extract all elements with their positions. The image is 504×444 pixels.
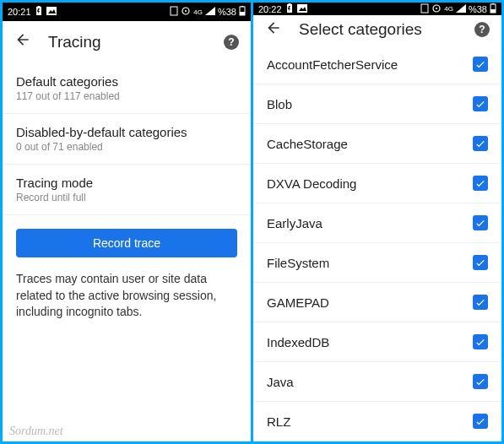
category-row[interactable]: IndexedDB <box>253 322 501 362</box>
row-sublabel: 0 out of 71 enabled <box>16 141 237 153</box>
svg-rect-13 <box>288 3 290 4</box>
phone-tracing: 20:21 4G %38 Tracing ? <box>3 3 251 441</box>
page-title: Tracing <box>48 33 224 51</box>
network-4g-icon: 4G <box>193 8 203 16</box>
settings-rows: Default categories 117 out of 117 enable… <box>3 63 251 215</box>
checkbox-icon[interactable] <box>473 255 488 270</box>
back-icon[interactable] <box>265 19 282 41</box>
category-row[interactable]: EarlyJava <box>253 203 501 243</box>
screen-icon <box>170 6 178 18</box>
category-label: Java <box>267 375 294 389</box>
category-row[interactable]: Blob <box>253 84 501 124</box>
category-label: CacheStorage <box>267 137 348 151</box>
help-icon[interactable]: ? <box>474 22 490 37</box>
battery-text: %38 <box>218 7 236 17</box>
battery-icon <box>239 6 246 18</box>
category-label: DXVA Decoding <box>267 176 356 191</box>
checkbox-icon[interactable] <box>473 334 488 349</box>
category-list: AccountFetcherServiceBlobCacheStorageDXV… <box>253 45 501 441</box>
help-icon[interactable]: ? <box>224 35 239 50</box>
category-row[interactable]: DXVA Decoding <box>253 164 501 203</box>
svg-point-19 <box>436 8 437 9</box>
svg-rect-1 <box>37 6 40 7</box>
checkbox-icon[interactable] <box>473 215 488 230</box>
category-label: FileSystem <box>267 256 329 270</box>
category-label: RLZ <box>267 414 290 429</box>
network-4g-icon: 4G <box>444 5 453 13</box>
checkbox-icon[interactable] <box>473 136 488 151</box>
category-row[interactable]: GAMEPAD <box>253 283 501 322</box>
svg-rect-17 <box>421 4 428 13</box>
category-row[interactable]: AccountFetcherService <box>253 45 501 84</box>
sync-icon <box>181 6 191 18</box>
title-bar: Tracing ? <box>3 21 251 63</box>
svg-rect-10 <box>240 12 245 15</box>
row-default-categories[interactable]: Default categories 117 out of 117 enable… <box>3 63 251 114</box>
category-row[interactable]: CacheStorage <box>253 124 501 164</box>
trace-note: Traces may contain user or site data rel… <box>3 271 251 321</box>
checkbox-icon[interactable] <box>473 374 488 389</box>
status-time: 20:21 <box>8 7 31 17</box>
watermark: Sordum.net <box>9 425 63 438</box>
category-row[interactable]: RLZ <box>253 402 501 441</box>
row-disabled-categories[interactable]: Disabled-by-default categories 0 out of … <box>3 114 251 165</box>
sync-icon <box>431 3 442 15</box>
record-trace-button[interactable]: Record trace <box>16 229 237 257</box>
category-row[interactable]: Java <box>253 362 501 402</box>
svg-point-7 <box>185 10 187 12</box>
page-title: Select categories <box>299 20 474 39</box>
screen-icon <box>420 3 429 15</box>
category-label: AccountFetcherService <box>267 57 398 72</box>
battery-text: %38 <box>469 4 487 14</box>
row-label: Tracing mode <box>16 176 237 190</box>
status-time: 20:22 <box>258 4 282 14</box>
category-label: IndexedDB <box>267 335 329 349</box>
signal-icon <box>456 4 466 14</box>
svg-marker-8 <box>205 7 215 15</box>
back-icon[interactable] <box>14 31 31 52</box>
checkbox-icon[interactable] <box>473 176 488 191</box>
checkbox-icon[interactable] <box>473 57 488 72</box>
image-icon <box>46 7 57 17</box>
checkbox-icon[interactable] <box>473 414 488 429</box>
checkbox-icon[interactable] <box>473 96 488 111</box>
category-label: Blob <box>267 97 292 111</box>
image-icon <box>297 4 307 14</box>
row-sublabel: 117 out of 117 enabled <box>16 90 237 102</box>
signal-icon <box>205 7 215 17</box>
row-label: Disabled-by-default categories <box>16 125 237 139</box>
battery-charging-icon <box>285 3 294 15</box>
row-label: Default categories <box>16 74 237 89</box>
battery-charging-icon <box>35 6 43 18</box>
checkbox-icon[interactable] <box>473 295 488 310</box>
category-label: GAMEPAD <box>267 295 329 310</box>
status-bar: 20:21 4G %38 <box>3 3 251 21</box>
svg-rect-5 <box>171 7 177 15</box>
category-label: EarlyJava <box>267 216 322 230</box>
status-bar: 20:22 4G %38 <box>253 3 501 15</box>
battery-icon <box>490 3 496 15</box>
svg-rect-11 <box>241 6 244 7</box>
svg-rect-23 <box>492 3 495 4</box>
category-row[interactable]: FileSystem <box>253 243 501 283</box>
row-tracing-mode[interactable]: Tracing mode Record until full <box>3 165 251 215</box>
phone-select-categories: 20:22 4G %38 Select categories <box>253 3 501 441</box>
svg-rect-22 <box>490 9 496 13</box>
svg-marker-20 <box>456 4 466 13</box>
row-sublabel: Record until full <box>16 192 237 203</box>
title-bar: Select categories ? <box>253 15 501 45</box>
